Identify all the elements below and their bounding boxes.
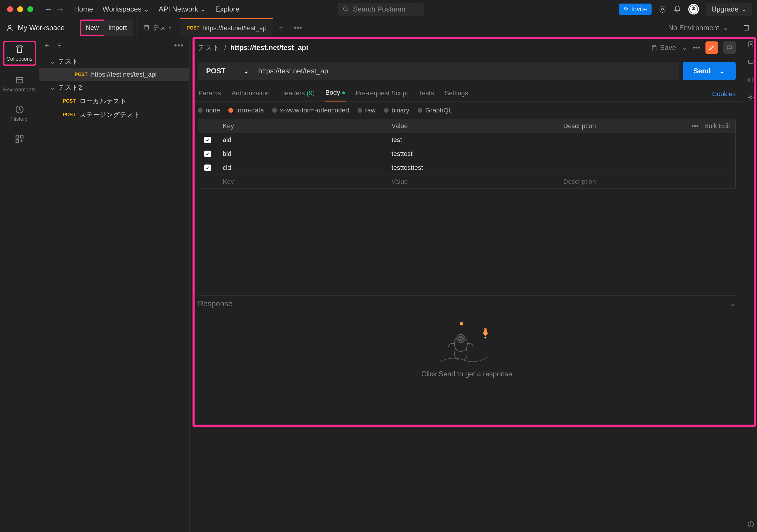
row-checkbox[interactable]: ✓ [204, 151, 211, 157]
invite-label: Invite [631, 5, 647, 13]
user-avatar[interactable] [688, 4, 699, 14]
info-icon[interactable] [747, 521, 754, 528]
collection-item[interactable]: ⌄ テスト2 [39, 81, 189, 95]
comments-rail-icon[interactable] [747, 59, 754, 66]
bulk-edit-link[interactable]: Bulk Edit [704, 122, 730, 130]
tab-request[interactable]: POST https://test.net/test_ap [180, 18, 273, 37]
sidebar-more-icon[interactable]: ••• [174, 41, 184, 50]
collection-item[interactable]: ⌄ テスト [39, 55, 189, 68]
more-actions-icon[interactable]: ••• [693, 43, 700, 52]
bodytype-binary[interactable]: binary [384, 106, 409, 114]
window-maximize[interactable] [27, 6, 33, 12]
invite-icon [623, 7, 629, 12]
bodytype-xwww[interactable]: x-www-form-urlencoded [272, 106, 349, 114]
settings-icon[interactable] [659, 5, 666, 13]
invite-button[interactable]: Invite [619, 4, 651, 15]
cell-value[interactable]: testtesttest [386, 161, 558, 175]
search-icon [343, 6, 349, 13]
rail-label: Collections [6, 56, 32, 62]
global-search[interactable]: Search Postman [338, 3, 424, 16]
import-button[interactable]: Import [104, 19, 133, 36]
tab-tests[interactable]: Tests [418, 87, 435, 101]
table-more-icon[interactable]: ••• [691, 122, 698, 130]
tab-more-button[interactable]: ••• [288, 23, 307, 32]
bulb-icon[interactable] [747, 94, 754, 101]
cell-value[interactable]: testtest [386, 147, 558, 161]
cell-key-placeholder[interactable]: Key [217, 175, 386, 188]
new-button[interactable]: New [80, 19, 104, 36]
workspace-icon [6, 24, 14, 32]
request-method: POST [75, 72, 88, 77]
nav-workspaces[interactable]: Workspaces ⌄ [103, 5, 149, 13]
request-name: https://test.net/test_api [91, 71, 157, 78]
nav-api-network[interactable]: API Network ⌄ [159, 5, 206, 13]
tab-prerequest[interactable]: Pre-request Script [355, 87, 409, 101]
svg-point-30 [484, 328, 487, 330]
filter-icon[interactable] [56, 42, 63, 49]
tab-params[interactable]: Params [198, 87, 222, 101]
method-selector[interactable]: POST ⌄ [198, 62, 251, 80]
code-icon[interactable] [747, 76, 754, 83]
cell-description[interactable] [558, 161, 735, 175]
nav-explore[interactable]: Explore [215, 5, 239, 13]
url-input[interactable]: https://test.net/test_api [251, 62, 679, 80]
cell-value[interactable]: test [386, 133, 558, 147]
cell-desc-placeholder[interactable]: Description [558, 175, 735, 188]
nav-home[interactable]: Home [74, 5, 93, 13]
astronaut-illustration [434, 320, 499, 365]
tab-settings[interactable]: Settings [444, 87, 469, 101]
request-item[interactable]: POST ローカルテスト [39, 95, 189, 108]
cookies-link[interactable]: Cookies [712, 90, 736, 98]
nav-forward-icon[interactable]: → [56, 4, 65, 14]
rail-collections[interactable]: Collections [3, 41, 36, 66]
nav-back-icon[interactable]: ← [44, 4, 53, 14]
cell-description[interactable] [558, 147, 735, 161]
save-button[interactable]: Save [651, 43, 676, 52]
row-checkbox[interactable]: ✓ [204, 164, 211, 171]
cell-key[interactable]: cid [217, 161, 386, 175]
environment-selector[interactable]: No Environment [668, 24, 719, 32]
search-placeholder: Search Postman [353, 5, 405, 13]
env-quicklook-icon[interactable] [743, 24, 750, 31]
bodytype-graphql[interactable]: GraphQL [418, 106, 452, 114]
cell-key[interactable]: aid [217, 133, 386, 147]
chevron-down-icon[interactable]: ⌄ [729, 299, 736, 308]
breadcrumb-current: https://test.net/test_api [230, 43, 308, 52]
request-item[interactable]: POST ステージングテスト [39, 108, 189, 122]
svg-point-36 [750, 97, 752, 99]
svg-rect-14 [16, 77, 22, 83]
tab-add-button[interactable]: + [273, 23, 288, 32]
upgrade-label: Upgrade [712, 5, 739, 13]
save-dropdown-icon[interactable]: ⌄ [681, 43, 687, 52]
workspace-name[interactable]: My Workspace [18, 24, 65, 32]
cell-key[interactable]: bid [217, 147, 386, 161]
formdata-table: Key Value Description •••Bulk Edit ✓ aid… [198, 119, 736, 189]
comments-icon[interactable] [723, 42, 736, 54]
tab-body[interactable]: Body [325, 86, 345, 101]
table-row-new: Key Value Description [198, 175, 735, 188]
upgrade-button[interactable]: Upgrade ⌄ [706, 3, 752, 16]
cell-value-placeholder[interactable]: Value [386, 175, 558, 188]
edit-icon[interactable] [706, 42, 718, 54]
docs-icon[interactable] [747, 41, 754, 48]
rail-environments[interactable]: Environments [3, 73, 36, 95]
add-icon[interactable]: + [45, 41, 49, 50]
cell-description[interactable] [558, 133, 735, 147]
send-button[interactable]: Send ⌄ [683, 62, 736, 80]
request-item[interactable]: POST https://test.net/test_api [39, 68, 189, 81]
rail-history[interactable]: History [3, 102, 36, 125]
tab-collection[interactable]: テスト [137, 18, 180, 37]
bodytype-formdata[interactable]: form-data [228, 106, 264, 114]
bodytype-none[interactable]: none [198, 106, 220, 114]
window-minimize[interactable] [17, 6, 23, 12]
bodytype-raw[interactable]: raw [357, 106, 376, 114]
svg-point-2 [624, 7, 626, 9]
tab-headers[interactable]: Headers (9) [280, 87, 315, 101]
tab-authorization[interactable]: Authorization [231, 87, 270, 101]
notifications-icon[interactable] [674, 5, 681, 13]
breadcrumb-parent[interactable]: テスト [198, 43, 220, 52]
rail-add[interactable] [3, 132, 36, 146]
method-label: POST [206, 67, 226, 75]
window-close[interactable] [7, 6, 13, 12]
row-checkbox[interactable]: ✓ [204, 137, 211, 143]
